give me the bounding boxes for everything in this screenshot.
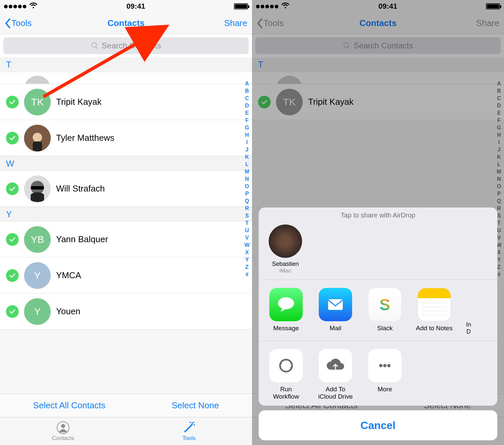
action-label-bottom: Workflow bbox=[266, 393, 306, 400]
tab-tools[interactable]: Tools bbox=[126, 417, 252, 445]
svg-point-24 bbox=[383, 364, 387, 367]
search-input[interactable]: Search Contacts bbox=[3, 37, 249, 54]
section-header-W: W bbox=[0, 156, 252, 171]
airdrop-title: Tap to share with AirDrop bbox=[259, 207, 497, 222]
contact-row-tk[interactable]: TK Tripit Kayak bbox=[0, 84, 252, 120]
message-icon bbox=[269, 288, 303, 321]
svg-rect-6 bbox=[31, 186, 44, 189]
share-app-label: Add to Notes bbox=[414, 325, 454, 332]
svg-line-1 bbox=[96, 47, 98, 49]
share-app-mail[interactable]: Mail bbox=[315, 288, 355, 335]
share-app-label: Slack bbox=[365, 325, 405, 332]
contacts-icon bbox=[56, 421, 70, 434]
svg-point-3 bbox=[33, 133, 42, 142]
action-label-top: More bbox=[365, 386, 405, 393]
share-app-notes[interactable]: Add to Notes bbox=[414, 288, 454, 335]
contact-name: Yann Balquer bbox=[56, 234, 108, 245]
peek-line2: D bbox=[464, 328, 474, 335]
svg-point-13 bbox=[193, 422, 194, 423]
check-icon bbox=[6, 233, 19, 246]
mail-icon bbox=[319, 288, 352, 321]
tab-bar: Contacts Tools bbox=[0, 417, 252, 445]
share-app-label: Message bbox=[266, 325, 306, 332]
check-icon bbox=[6, 305, 19, 318]
share-app-message[interactable]: Message bbox=[266, 288, 306, 335]
airdrop-target[interactable]: Sebastien iMac bbox=[265, 225, 305, 274]
search-placeholder-text: Search Contacts bbox=[102, 41, 161, 50]
section-header-Y: Y bbox=[0, 207, 252, 221]
contact-name: Will Strafach bbox=[56, 183, 105, 194]
svg-line-9 bbox=[185, 424, 192, 432]
screen-right: 09:41 Tools Contacts Share Search Contac… bbox=[252, 0, 504, 445]
cancel-button[interactable]: Cancel bbox=[259, 410, 497, 440]
check-icon bbox=[6, 132, 19, 144]
svg-point-25 bbox=[387, 364, 391, 367]
contact-row-partial[interactable] bbox=[0, 72, 252, 84]
avatar-initials: YB bbox=[24, 226, 51, 253]
svg-rect-4 bbox=[33, 141, 42, 151]
contact-name: YMCA bbox=[56, 270, 81, 281]
share-app-slack[interactable]: S Slack bbox=[365, 288, 405, 335]
svg-point-11 bbox=[194, 424, 195, 426]
action-label-top: Add To bbox=[315, 386, 355, 393]
airdrop-target-device: iMac bbox=[265, 268, 305, 274]
check-icon bbox=[6, 269, 19, 282]
action-more[interactable]: More bbox=[365, 349, 405, 400]
share-app-row: Message Mail S Slack Add to Notes In bbox=[259, 280, 497, 341]
nav-title: Contacts bbox=[0, 18, 252, 28]
notes-icon bbox=[418, 288, 451, 321]
peek-line1: In bbox=[464, 321, 474, 328]
select-all-button[interactable]: Select All Contacts bbox=[33, 400, 105, 411]
avatar-photo bbox=[24, 125, 51, 151]
status-bar: 09:41 bbox=[0, 0, 252, 13]
share-app-label: Mail bbox=[315, 325, 355, 332]
share-action-row: Run Workflow Add To iCloud Drive More bbox=[259, 341, 497, 406]
svg-point-8 bbox=[61, 424, 65, 428]
contact-name: Tyler Matthews bbox=[56, 133, 114, 143]
magic-wand-icon bbox=[182, 421, 196, 434]
screen-left: 09:41 Tools Contacts Share Search Contac… bbox=[0, 0, 252, 445]
contact-row-tm[interactable]: Tyler Matthews bbox=[0, 120, 252, 156]
share-app-peek[interactable]: In D bbox=[464, 288, 474, 335]
contact-row-ymca[interactable]: Y YMCA bbox=[0, 258, 252, 294]
check-icon bbox=[6, 182, 19, 195]
action-label-bottom: iCloud Drive bbox=[315, 393, 355, 400]
signal-dots-icon bbox=[4, 5, 26, 8]
contact-name: Tripit Kayak bbox=[56, 97, 101, 107]
airdrop-avatar bbox=[269, 225, 302, 258]
svg-point-12 bbox=[190, 422, 191, 423]
svg-point-22 bbox=[280, 360, 292, 372]
select-bar: Select All Contacts Select None bbox=[0, 394, 252, 417]
wifi-icon bbox=[29, 2, 38, 11]
contact-row-ws[interactable]: Will Strafach bbox=[0, 171, 252, 207]
section-header-T: T bbox=[0, 57, 252, 72]
tab-label: Tools bbox=[182, 435, 196, 442]
svg-point-10 bbox=[192, 422, 193, 424]
share-sheet: Tap to share with AirDrop Sebastien iMac… bbox=[259, 207, 497, 440]
avatar-photo bbox=[24, 175, 51, 202]
contact-row-yb[interactable]: YB Yann Balquer bbox=[0, 221, 252, 258]
check-icon bbox=[6, 96, 19, 108]
svg-point-20 bbox=[278, 297, 294, 309]
index-bar[interactable]: ABCDEFGHIJKLMNOPQRSTUVWXYZ# bbox=[243, 80, 251, 278]
avatar-initials: TK bbox=[24, 89, 51, 115]
tab-contacts[interactable]: Contacts bbox=[0, 417, 126, 445]
svg-rect-21 bbox=[328, 299, 343, 310]
action-run-workflow[interactable]: Run Workflow bbox=[266, 349, 306, 400]
cloud-upload-icon bbox=[319, 349, 352, 382]
select-none-button[interactable]: Select None bbox=[172, 400, 219, 411]
contact-row-youen[interactable]: Y Youen bbox=[0, 294, 252, 330]
status-time: 09:41 bbox=[127, 2, 145, 11]
airdrop-target-name: Sebastien bbox=[265, 261, 305, 268]
tab-label: Contacts bbox=[52, 435, 74, 442]
action-icloud-drive[interactable]: Add To iCloud Drive bbox=[315, 349, 355, 400]
workflow-icon bbox=[269, 349, 303, 382]
avatar-initials: Y bbox=[24, 262, 51, 289]
nav-bar: Tools Contacts Share bbox=[0, 13, 252, 34]
search-wrap: Search Contacts bbox=[0, 34, 252, 57]
battery-icon bbox=[234, 3, 248, 9]
slack-icon: S bbox=[368, 288, 402, 321]
contact-name: Youen bbox=[56, 306, 80, 317]
svg-point-23 bbox=[379, 364, 383, 367]
action-label-top: Run bbox=[266, 386, 306, 393]
